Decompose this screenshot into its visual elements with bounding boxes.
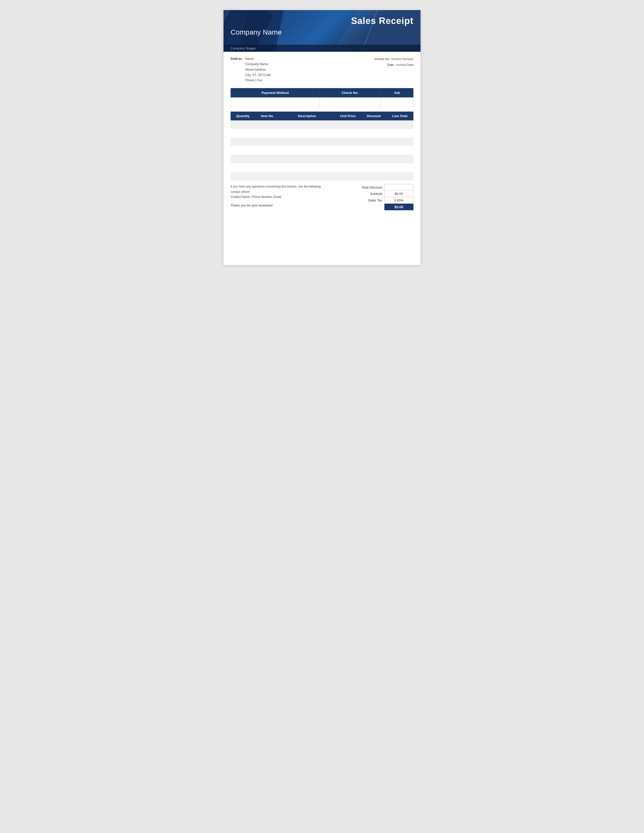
- total-label: Total: [355, 204, 385, 211]
- sales-tax-value: 0.00%: [385, 197, 414, 204]
- cell-2-3[interactable]: [334, 138, 362, 146]
- cell-1-5[interactable]: [386, 129, 414, 138]
- cell-5-3[interactable]: [334, 163, 362, 172]
- payment-row: [231, 97, 414, 107]
- sales-receipt-page: Sales Receipt Company Name Company Sloga…: [224, 10, 420, 265]
- invoice-no-value: Invoice Number: [391, 56, 414, 62]
- cell-1-0[interactable]: [230, 129, 255, 138]
- cell-5-4[interactable]: [362, 163, 386, 172]
- invoice-number-row: Invoice No Invoice Number: [374, 56, 414, 62]
- table-row[interactable]: [230, 163, 414, 172]
- sold-to-block: Sold to Name Company Name Street Address…: [230, 56, 271, 83]
- payment-method-header: Payment Method: [231, 88, 320, 97]
- contact-note: If you have any questions concerning thi…: [230, 184, 327, 199]
- notes-and-footer: If you have any questions concerning thi…: [230, 184, 327, 207]
- total-value: $0.00: [385, 204, 414, 211]
- sold-to-details: Name Company Name Street Address City, S…: [245, 56, 271, 83]
- total-discount-row: Total Discount: [355, 184, 414, 191]
- invoice-info: Invoice No Invoice Number Date Invoice D…: [374, 56, 414, 83]
- cell-6-2[interactable]: [280, 172, 334, 180]
- company-name-header: Company Name: [230, 28, 414, 36]
- total-discount-value[interactable]: [385, 184, 414, 191]
- discount-header: Discount: [362, 112, 386, 121]
- quantity-header: Quantity: [230, 112, 255, 121]
- sold-to-label: Sold to: [230, 56, 242, 83]
- cell-6-1[interactable]: [255, 172, 280, 180]
- description-header: Description: [280, 112, 334, 121]
- totals-section: If you have any questions concerning thi…: [230, 184, 414, 210]
- check-no-header: Check No.: [320, 88, 381, 97]
- sales-tax-label: Sales Tax: [355, 197, 385, 204]
- payment-table: Payment Method Check No. Job: [230, 88, 414, 107]
- cell-3-5[interactable]: [386, 146, 414, 155]
- cell-4-5[interactable]: [386, 155, 414, 163]
- invoice-date-value: Invoice Date: [396, 62, 414, 68]
- cell-4-2[interactable]: [280, 155, 334, 163]
- header: Sales Receipt Company Name Company Sloga…: [224, 10, 420, 52]
- table-row[interactable]: [230, 121, 414, 129]
- slogan-bar: Company Slogan: [224, 45, 420, 52]
- customer-address: Street Address: [245, 67, 271, 72]
- cell-2-4[interactable]: [362, 138, 386, 146]
- cell-1-4[interactable]: [362, 129, 386, 138]
- table-row[interactable]: [230, 138, 414, 146]
- cell-5-2[interactable]: [280, 163, 334, 172]
- cell-2-0[interactable]: [230, 138, 255, 146]
- item-no-header: Item No.: [255, 112, 280, 121]
- sales-tax-row: Sales Tax 0.00%: [355, 197, 414, 204]
- cell-0-3[interactable]: [334, 121, 362, 129]
- invoice-date-label: Date: [387, 62, 394, 68]
- job-cell[interactable]: [381, 97, 414, 107]
- cell-3-2[interactable]: [280, 146, 334, 155]
- check-no-cell[interactable]: [320, 97, 381, 107]
- cell-6-4[interactable]: [362, 172, 386, 180]
- cell-1-3[interactable]: [334, 129, 362, 138]
- cell-1-1[interactable]: [255, 129, 280, 138]
- total-row: Total $0.00: [355, 204, 414, 211]
- table-row[interactable]: [230, 146, 414, 155]
- cell-2-5[interactable]: [386, 138, 414, 146]
- customer-company: Company Name: [245, 61, 271, 67]
- cell-3-0[interactable]: [230, 146, 255, 155]
- cell-3-4[interactable]: [362, 146, 386, 155]
- table-row[interactable]: [230, 155, 414, 163]
- line-total-header: Line Total: [386, 112, 414, 121]
- total-discount-label: Total Discount: [355, 184, 385, 191]
- cell-0-5[interactable]: [386, 121, 414, 129]
- totals-table: Total Discount Subtotal $0.00 Sales Tax …: [355, 184, 414, 210]
- info-section: Sold to Name Company Name Street Address…: [224, 52, 420, 85]
- payment-method-cell[interactable]: [231, 97, 320, 107]
- cell-5-5[interactable]: [386, 163, 414, 172]
- cell-4-3[interactable]: [334, 155, 362, 163]
- cell-3-1[interactable]: [255, 146, 280, 155]
- cell-0-1[interactable]: [255, 121, 280, 129]
- invoice-no-label: Invoice No: [374, 56, 389, 62]
- cell-6-0[interactable]: [230, 172, 255, 180]
- cell-1-2[interactable]: [280, 129, 334, 138]
- cell-6-3[interactable]: [334, 172, 362, 180]
- subtotal-row: Subtotal $0.00: [355, 191, 414, 197]
- cell-0-2[interactable]: [280, 121, 334, 129]
- invoice-date-row: Date Invoice Date: [374, 62, 414, 68]
- cell-0-0[interactable]: [230, 121, 255, 129]
- cell-4-0[interactable]: [230, 155, 255, 163]
- unit-price-header: Unit Price: [334, 112, 362, 121]
- cell-2-1[interactable]: [255, 138, 280, 146]
- contact-text: If you have any questions concerning thi…: [230, 185, 321, 193]
- header-content: Sales Receipt Company Name: [224, 10, 420, 36]
- customer-city: City, ST, ZIP Code: [245, 72, 271, 78]
- cell-5-0[interactable]: [230, 163, 255, 172]
- thank-you-message: Thank you for your business!: [230, 203, 327, 207]
- cell-3-3[interactable]: [334, 146, 362, 155]
- cell-4-4[interactable]: [362, 155, 386, 163]
- cell-6-5[interactable]: [386, 172, 414, 180]
- receipt-title: Sales Receipt: [230, 16, 414, 26]
- cell-2-2[interactable]: [280, 138, 334, 146]
- table-row[interactable]: [230, 172, 414, 180]
- customer-name: Name: [245, 56, 271, 61]
- table-row[interactable]: [230, 129, 414, 138]
- cell-4-1[interactable]: [255, 155, 280, 163]
- company-slogan: Company Slogan: [230, 47, 256, 50]
- cell-0-4[interactable]: [362, 121, 386, 129]
- cell-5-1[interactable]: [255, 163, 280, 172]
